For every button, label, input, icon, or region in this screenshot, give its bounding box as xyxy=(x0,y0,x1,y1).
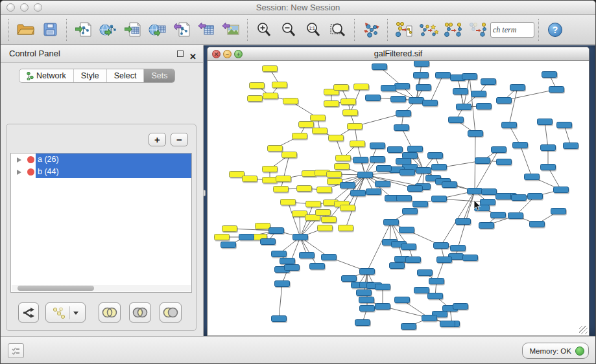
network-node-blue[interactable] xyxy=(285,265,300,271)
network-node-blue[interactable] xyxy=(390,263,405,269)
network-edge[interactable] xyxy=(504,89,556,100)
network-node-yellow[interactable] xyxy=(222,226,237,232)
network-node-blue[interactable] xyxy=(422,315,437,321)
network-node-yellow[interactable] xyxy=(230,172,244,177)
network-node-yellow[interactable] xyxy=(306,201,321,207)
network-node-yellow[interactable] xyxy=(324,101,339,107)
network-node-blue[interactable] xyxy=(413,201,428,207)
network-node-blue[interactable] xyxy=(432,165,447,170)
intersect-sets-button[interactable] xyxy=(129,302,151,323)
network-node-blue[interactable] xyxy=(436,73,451,78)
network-node-blue[interactable] xyxy=(542,72,557,78)
network-node-blue[interactable] xyxy=(388,147,403,153)
network-edge[interactable] xyxy=(300,237,317,266)
scrollbar-thumb[interactable] xyxy=(18,286,94,291)
network-node-yellow[interactable] xyxy=(215,234,230,240)
network-node-blue[interactable] xyxy=(557,122,572,128)
import-network-web-button[interactable] xyxy=(95,17,120,42)
network-node-blue[interactable] xyxy=(272,316,287,322)
network-node-blue[interactable] xyxy=(358,172,373,178)
zoom-in-button[interactable] xyxy=(252,17,276,42)
network-node-yellow[interactable] xyxy=(340,205,355,211)
network-node-yellow[interactable] xyxy=(272,82,287,88)
network-node-blue[interactable] xyxy=(482,189,497,195)
network-node-blue[interactable] xyxy=(408,146,423,152)
network-node-blue[interactable] xyxy=(397,196,412,201)
network-node-blue[interactable] xyxy=(310,264,325,269)
network-node-blue[interactable] xyxy=(440,321,455,327)
network-node-blue[interactable] xyxy=(468,131,483,137)
network-node-blue[interactable] xyxy=(353,157,368,163)
network-node-blue[interactable] xyxy=(377,166,392,172)
network-node-blue[interactable] xyxy=(437,257,452,263)
difference-sets-button[interactable] xyxy=(160,302,182,323)
network-node-blue[interactable] xyxy=(396,159,411,165)
network-node-blue[interactable] xyxy=(275,281,290,287)
network-node-blue[interactable] xyxy=(342,276,357,282)
network-node-blue[interactable] xyxy=(449,117,464,123)
network-node-yellow[interactable] xyxy=(263,166,278,172)
task-monitor-button[interactable] xyxy=(8,343,24,358)
network-node-blue[interactable] xyxy=(375,304,390,310)
set-label[interactable]: b (44) xyxy=(36,166,191,178)
tab-network[interactable]: Network xyxy=(19,69,74,82)
network-node-blue[interactable] xyxy=(502,122,517,128)
network-node-yellow[interactable] xyxy=(268,146,283,152)
network-node-yellow[interactable] xyxy=(297,186,312,192)
network-node-blue[interactable] xyxy=(418,270,433,276)
network-node-blue[interactable] xyxy=(496,194,511,199)
network-node-blue[interactable] xyxy=(269,228,284,234)
network-node-blue[interactable] xyxy=(497,159,512,165)
expand-arrow-icon[interactable] xyxy=(17,170,21,175)
network-node-blue[interactable] xyxy=(530,222,545,227)
network-edge[interactable] xyxy=(520,145,532,177)
close-view-button[interactable]: ✕ xyxy=(212,50,221,58)
select-first-neighbors-button[interactable] xyxy=(416,17,441,42)
network-node-blue[interactable] xyxy=(453,89,468,95)
network-edge[interactable] xyxy=(463,191,475,222)
network-node-yellow[interactable] xyxy=(248,96,263,102)
network-node-blue[interactable] xyxy=(423,100,438,106)
union-sets-button[interactable] xyxy=(99,302,121,323)
network-edge[interactable] xyxy=(365,175,423,187)
network-node-blue[interactable] xyxy=(475,158,490,164)
maximize-view-button[interactable]: + xyxy=(234,50,243,58)
network-node-blue[interactable] xyxy=(463,255,478,261)
network-node-blue[interactable] xyxy=(471,91,486,97)
network-node-blue[interactable] xyxy=(549,87,564,93)
network-node-yellow[interactable] xyxy=(263,93,278,99)
network-node-blue[interactable] xyxy=(357,290,372,296)
dropdown-arrow-icon[interactable] xyxy=(73,310,79,315)
network-node-blue[interactable] xyxy=(457,104,471,110)
search-input[interactable]: ch term xyxy=(490,22,534,38)
tab-select[interactable]: Select xyxy=(107,69,145,82)
network-node-blue[interactable] xyxy=(414,288,429,293)
network-node-blue[interactable] xyxy=(453,304,468,310)
network-node-blue[interactable] xyxy=(400,170,415,176)
network-edge[interactable] xyxy=(367,222,391,271)
network-node-blue[interactable] xyxy=(541,145,556,151)
zoom-selected-region-button[interactable] xyxy=(326,17,350,42)
network-node-blue[interactable] xyxy=(428,293,443,299)
split-set-button[interactable] xyxy=(18,302,39,323)
network-node-blue[interactable] xyxy=(403,209,418,214)
network-node-blue[interactable] xyxy=(359,297,374,303)
network-node-blue[interactable] xyxy=(491,212,506,218)
network-node-blue[interactable] xyxy=(434,243,449,249)
network-edge[interactable] xyxy=(430,75,443,103)
network-node-blue[interactable] xyxy=(261,239,276,245)
network-node-blue[interactable] xyxy=(479,223,494,229)
network-node-blue[interactable] xyxy=(462,74,477,80)
network-node-blue[interactable] xyxy=(554,187,569,193)
network-node-blue[interactable] xyxy=(432,196,447,202)
network-node-yellow[interactable] xyxy=(282,152,297,158)
network-node-blue[interactable] xyxy=(428,153,443,159)
network-node-blue[interactable] xyxy=(360,306,375,312)
zoom-window-button[interactable] xyxy=(34,3,42,12)
network-node-blue[interactable] xyxy=(525,174,540,180)
network-node-blue[interactable] xyxy=(468,188,483,194)
network-edge[interactable] xyxy=(416,63,422,100)
network-node-blue[interactable] xyxy=(538,119,553,125)
network-node-blue[interactable] xyxy=(541,165,556,170)
network-node-blue[interactable] xyxy=(366,189,381,195)
